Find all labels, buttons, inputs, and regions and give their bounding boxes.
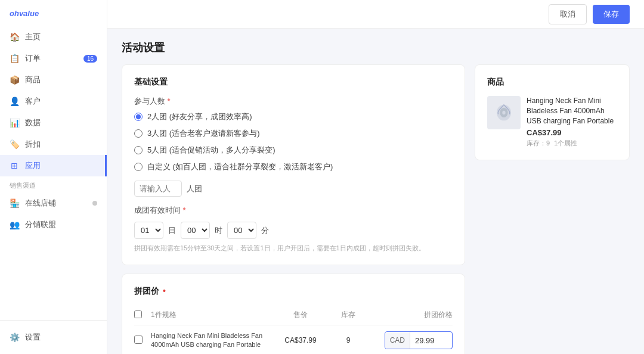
minute-label: 分 [261,225,269,236]
group-size-label: 参与人数 * [134,96,453,107]
custom-persons-input[interactable] [134,181,182,197]
row-sale-price: CA$37.99 [274,336,327,344]
sidebar-bottom: ⚙️ 设置 [0,320,107,354]
group-size-radio-group: 2人团 (好友分享，成团效率高) 3人团 (适合老客户邀请新客参与) 5人团 (… [134,111,453,172]
select-all-checkbox[interactable] [134,310,142,318]
product-card-title: 商品 [487,77,617,88]
store-status-dot [92,201,97,206]
duration-hint: 拼团有效期需在15分钟至30天之间，若设置1日，用户开团后，需要在1日内成团，超… [134,244,453,253]
product-price: CA$37.99 [527,128,617,137]
product-card: 商品 Hanging Neck Fan M [475,64,630,160]
sidebar-nav: 🏠 主页 📋 订单 16 📦 商品 👤 客户 📊 数据 🏷️ 折扣 ⊞ 应用 销 [0,26,107,320]
day-label: 日 [168,225,176,236]
data-icon: 📊 [10,118,19,128]
sidebar: ohvalue 🏠 主页 📋 订单 16 📦 商品 👤 客户 📊 数据 🏷️ 折… [0,0,107,354]
orders-icon: 📋 [10,54,19,63]
product-thumb-icon [494,103,513,122]
basic-settings-title: 基础设置 [134,77,453,88]
row-group-price-cell: CAD [369,331,453,349]
discount-icon: 🏷️ [10,139,19,149]
right-column: 商品 Hanging Neck Fan M [475,64,630,354]
group-price-title: 拼团价 • [134,286,453,297]
radio-2-persons[interactable]: 2人团 (好友分享，成团效率高) [134,111,453,122]
sidebar-item-label: 订单 [25,53,78,64]
duration-seconds-select[interactable]: 00 [227,222,256,239]
page-title: 活动设置 [122,41,630,55]
col-header-group-price: 拼团价格 [369,310,453,320]
sidebar-item-label: 在线店铺 [25,198,86,209]
sidebar-item-settings[interactable]: ⚙️ 设置 [0,327,107,348]
sidebar-item-products[interactable]: 📦 商品 [0,69,107,91]
radio-custom-persons[interactable]: 自定义 (如百人团，适合社群分享裂变，激活新老客户) [134,162,453,172]
group-price-card: 拼团价 • 1件规格 售价 库存 拼团价格 [122,274,465,354]
sidebar-item-label: 分销联盟 [25,219,97,230]
row-stock: 9 [327,336,369,344]
sidebar-item-label: 设置 [25,332,97,343]
sidebar-item-customers[interactable]: 👤 客户 [0,91,107,112]
custom-number-row: 人团 [134,181,453,197]
sidebar-item-apps[interactable]: ⊞ 应用 [0,155,107,176]
sidebar-item-online-store[interactable]: 🏪 在线店铺 [0,192,107,214]
radio-3-persons[interactable]: 3人团 (适合老客户邀请新客参与) [134,128,453,139]
group-price-table-header: 1件规格 售价 库存 拼团价格 [134,305,453,325]
sidebar-item-label: 客户 [25,96,97,107]
settings-icon: ⚙️ [10,333,19,342]
row-checkbox[interactable] [134,336,143,344]
sidebar-item-label: 折扣 [25,139,97,150]
duration-label: 成团有效时间 * [134,205,453,216]
sidebar-item-label: 商品 [25,74,97,85]
page-content: 活动设置 基础设置 参与人数 * 2人团 (好友分享，成团效率高) [107,29,644,354]
main-content: 取消 保存 活动设置 基础设置 参与人数 * 2人团 (好友分享，成团效率高) [107,0,644,354]
product-thumbnail [487,96,521,129]
col-header-price: 售价 [274,310,327,320]
page-header: 取消 保存 [107,0,644,29]
product-name: Hanging Neck Fan Mini Bladeless Fan 4000… [527,96,617,126]
affiliate-icon: 👥 [10,220,19,229]
sidebar-item-label: 主页 [25,32,97,42]
row-sku-name: Hanging Neck Fan Mini Bladeless Fan 4000… [151,331,274,350]
sidebar-item-home[interactable]: 🏠 主页 [0,26,107,48]
duration-minutes-select[interactable]: 00 [181,222,210,239]
save-button[interactable]: 保存 [593,5,630,24]
store-icon: 🏪 [10,198,19,208]
svg-point-2 [502,111,505,115]
customers-icon: 👤 [10,97,19,106]
custom-unit-label: 人团 [187,184,202,194]
radio-5-persons[interactable]: 5人团 (适合促销活动，多人分享裂变) [134,145,453,156]
product-details: Hanging Neck Fan Mini Bladeless Fan 4000… [527,96,617,148]
left-column: 基础设置 参与人数 * 2人团 (好友分享，成团效率高) 3人团 (适合老客户邀… [122,64,465,354]
content-grid: 基础设置 参与人数 * 2人团 (好友分享，成团效率高) 3人团 (适合老客户邀… [122,64,630,354]
col-header-stock: 库存 [327,310,369,320]
apps-icon: ⊞ [10,161,19,170]
sidebar-item-discount[interactable]: 🏷️ 折扣 [0,133,107,155]
sidebar-item-orders[interactable]: 📋 订单 16 [0,48,107,69]
orders-badge: 16 [83,55,97,63]
product-meta: 库存：9 1个属性 [527,139,617,148]
duration-row: 01 日 00 时 00 分 [134,222,453,239]
hour-label: 时 [215,225,222,236]
group-price-value-input[interactable] [410,336,452,345]
sidebar-item-label: 数据 [25,117,97,128]
basic-settings-card: 基础设置 参与人数 * 2人团 (好友分享，成团效率高) 3人团 (适合老客户邀… [122,64,465,265]
sidebar-item-affiliate[interactable]: 👥 分销联盟 [0,214,107,235]
sales-section-label: 销售渠道 [0,176,107,192]
products-icon: 📦 [10,75,19,85]
sidebar-item-data[interactable]: 📊 数据 [0,112,107,133]
table-row: Hanging Neck Fan Mini Bladeless Fan 4000… [134,325,453,354]
duration-hours-select[interactable]: 01 [134,222,163,239]
group-price-input-wrapper: CAD [385,331,453,349]
home-icon: 🏠 [10,32,19,42]
col-header-sku: 1件规格 [151,310,274,320]
group-price-currency: CAD [385,332,410,349]
product-info: Hanging Neck Fan Mini Bladeless Fan 4000… [487,96,617,148]
cancel-button[interactable]: 取消 [549,4,587,24]
app-logo: ohvalue [0,0,107,26]
sidebar-item-label: 应用 [25,160,95,171]
